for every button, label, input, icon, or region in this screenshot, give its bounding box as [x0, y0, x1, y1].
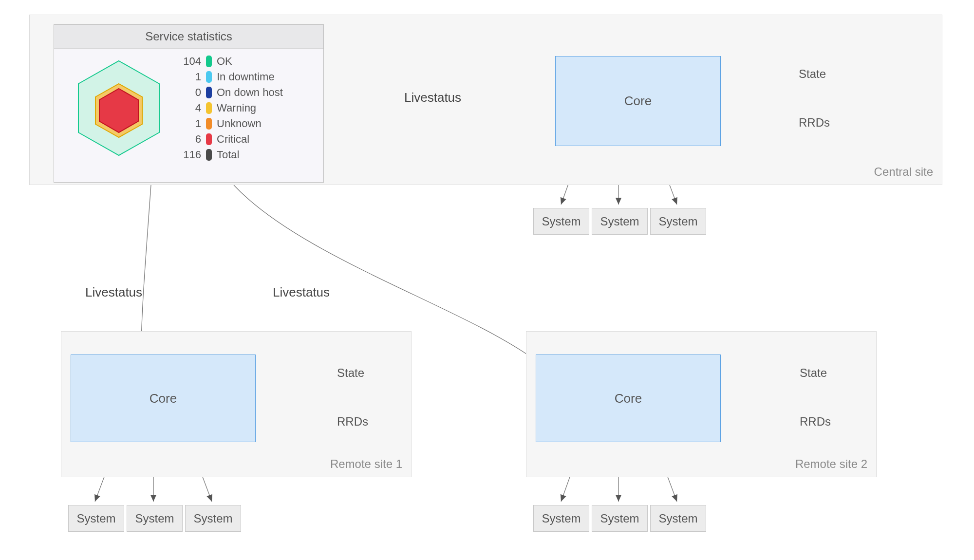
system-label: System [658, 215, 697, 228]
storage-state-central: State [799, 67, 826, 81]
stat-color-chip [206, 149, 212, 161]
stat-color-chip [206, 133, 212, 145]
stat-label: Critical [217, 133, 249, 146]
core-box-remote2: Core [536, 355, 721, 442]
hexagon-chart-icon [63, 54, 175, 163]
stat-value: 104 [175, 55, 201, 68]
service-statistics-card: Service statistics 104OK1In downtime0On … [54, 24, 324, 183]
stat-value: 1 [175, 117, 201, 130]
stat-row: 0On down host [175, 85, 315, 100]
livestatus-label-remote2: Livestatus [273, 285, 330, 300]
system-box: System [592, 505, 648, 532]
storage-rrds-r1: RRDs [337, 415, 368, 429]
stats-list: 104OK1In downtime0On down host4Warning1U… [175, 54, 315, 163]
stat-value: 116 [175, 149, 201, 161]
system-label: System [542, 215, 581, 228]
stat-value: 1 [175, 71, 201, 83]
stat-value: 4 [175, 102, 201, 114]
storage-state-r1: State [337, 366, 364, 380]
system-box: System [650, 505, 706, 532]
core-label-remote1: Core [150, 391, 177, 406]
diagram-canvas: Central site Service statistics 104OK1In… [0, 0, 974, 560]
system-label: System [600, 512, 639, 525]
system-box: System [68, 505, 124, 532]
system-label: System [658, 512, 697, 525]
system-label: System [542, 512, 581, 525]
stat-color-chip [206, 118, 212, 130]
central-site-label: Central site [874, 165, 933, 179]
remote-site-1-label: Remote site 1 [330, 457, 402, 471]
stat-row: 4Warning [175, 100, 315, 116]
stat-label: Unknown [217, 117, 262, 130]
system-box: System [127, 505, 183, 532]
system-box: System [650, 208, 706, 235]
stat-label: Warning [217, 102, 256, 114]
stat-row: 116Total [175, 147, 315, 163]
stat-label: On down host [217, 86, 283, 99]
stat-value: 0 [175, 86, 201, 99]
storage-rrds-central: RRDs [799, 116, 830, 130]
stat-color-chip [206, 71, 212, 83]
system-box: System [533, 208, 589, 235]
system-label: System [193, 512, 232, 525]
stat-row: 104OK [175, 54, 315, 69]
system-box: System [533, 505, 589, 532]
stat-label: OK [217, 55, 232, 68]
remote-site-2-label: Remote site 2 [795, 457, 867, 471]
system-box: System [592, 208, 648, 235]
system-label: System [76, 512, 115, 525]
system-label: System [600, 215, 639, 228]
core-box-central: Core [555, 56, 721, 146]
stat-color-chip [206, 56, 212, 67]
storage-rrds-r2: RRDs [800, 415, 831, 429]
core-label-central: Core [624, 93, 652, 109]
stat-row: 6Critical [175, 131, 315, 147]
stat-color-chip [206, 87, 212, 98]
stat-row: 1In downtime [175, 69, 315, 85]
core-label-remote2: Core [615, 391, 642, 406]
service-statistics-title: Service statistics [54, 25, 323, 49]
livestatus-label-central: Livestatus [404, 90, 461, 105]
livestatus-label-remote1: Livestatus [85, 285, 142, 300]
core-box-remote1: Core [71, 355, 256, 442]
stat-label: In downtime [217, 71, 275, 83]
system-box: System [185, 505, 241, 532]
storage-state-r2: State [800, 366, 827, 380]
stat-label: Total [217, 149, 239, 161]
stat-row: 1Unknown [175, 116, 315, 131]
system-label: System [135, 512, 174, 525]
stat-value: 6 [175, 133, 201, 146]
stat-color-chip [206, 102, 212, 114]
